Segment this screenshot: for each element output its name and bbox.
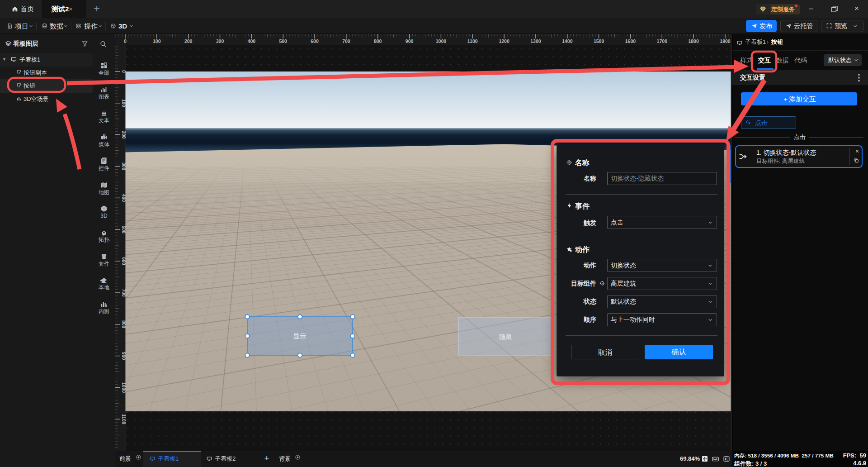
svg-text:1000: 1000	[436, 38, 447, 44]
svg-text:0: 0	[121, 70, 127, 73]
svg-text:500: 500	[279, 38, 287, 44]
svg-text:900: 900	[121, 352, 127, 360]
svg-text:1300: 1300	[530, 38, 541, 44]
svg-text:200: 200	[184, 38, 193, 44]
svg-text:100: 100	[121, 99, 127, 107]
svg-text:0: 0	[124, 38, 127, 44]
svg-text:1600: 1600	[625, 38, 636, 44]
svg-text:1700: 1700	[657, 38, 668, 44]
svg-text:隐藏: 隐藏	[499, 333, 512, 340]
svg-text:600: 600	[121, 257, 127, 265]
svg-text:1900: 1900	[720, 38, 731, 44]
svg-text:300: 300	[216, 38, 224, 44]
svg-text:800: 800	[374, 38, 382, 44]
svg-text:1100: 1100	[467, 38, 478, 44]
svg-text:400: 400	[121, 194, 127, 202]
svg-text:800: 800	[121, 320, 127, 329]
svg-text:1200: 1200	[499, 38, 509, 44]
svg-text:1500: 1500	[594, 38, 604, 44]
svg-text:500: 500	[121, 225, 127, 234]
svg-text:200: 200	[121, 131, 127, 139]
svg-text:900: 900	[406, 38, 414, 44]
svg-text:700: 700	[121, 289, 127, 297]
svg-text:100: 100	[153, 38, 161, 44]
svg-text:400: 400	[248, 38, 256, 44]
svg-text:600: 600	[311, 38, 319, 44]
svg-text:1000: 1000	[121, 382, 127, 393]
svg-text:300: 300	[121, 162, 127, 171]
svg-text:1400: 1400	[562, 38, 573, 44]
svg-text:700: 700	[342, 38, 350, 44]
svg-text:1800: 1800	[688, 38, 699, 44]
svg-text:1100: 1100	[121, 414, 127, 424]
svg-text:显示: 显示	[293, 333, 306, 340]
